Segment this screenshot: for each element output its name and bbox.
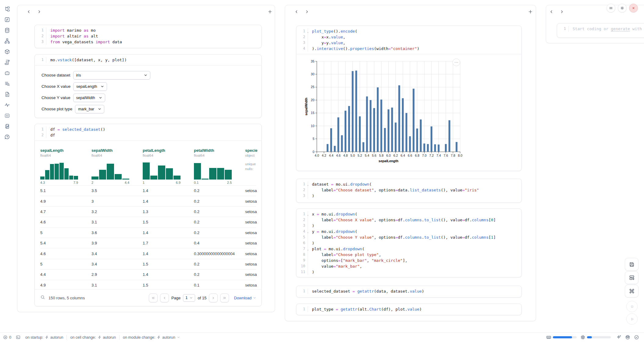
shutdown-button[interactable]: [629, 4, 638, 12]
table-cell: 1.5: [143, 283, 194, 287]
dropdown-select[interactable]: mark_bar: [75, 105, 104, 113]
table-cell: 4.6: [40, 220, 91, 224]
code-editor[interactable]: 1⌄dataset = mo.ui.dropdown(2 label="Choo…: [296, 179, 521, 201]
notebook-column-3: 1 Start coding or generate with AI: [546, 5, 644, 43]
column-scroll-left-button[interactable]: [27, 9, 31, 14]
table-cell: 3.1: [91, 220, 143, 224]
dropdown-select[interactable]: sepalLength: [73, 82, 107, 91]
dataframe-table: sepalLengthfloat644.37.9sepalWidthfloat6…: [35, 141, 261, 290]
code-line: 1plot_type = getattr(alt.Chart(df), plot…: [296, 306, 521, 312]
run-setting-label: on startup:: [25, 335, 43, 340]
column-histogram: [194, 160, 232, 180]
table-cell: setosa: [245, 262, 257, 266]
histogram-bar: [143, 162, 150, 180]
code-editor[interactable]: 1 Start coding or generate with AI: [557, 23, 644, 34]
layout-toggle-button[interactable]: [625, 271, 639, 284]
help-icon[interactable]: [4, 134, 10, 140]
divider: [119, 335, 120, 340]
table-column-header[interactable]: petalLengthfloat6416.9: [143, 148, 194, 185]
column-histogram: [143, 160, 181, 180]
dropdown-row: Choose Y valuesepalWidth: [41, 94, 255, 102]
run-setting-3[interactable]: on module change:autorun: [123, 335, 180, 340]
column-scroll-left-button[interactable]: [294, 9, 299, 14]
column-scroll-right-button[interactable]: [305, 9, 309, 14]
table-cell: setosa: [245, 188, 257, 193]
column-scroll-left-button[interactable]: [549, 9, 554, 14]
settings-button[interactable]: [618, 4, 627, 12]
last-page-button[interactable]: [220, 294, 229, 302]
bar-chart[interactable]: 4.04.24.44.64.85.05.25.45.65.86.06.26.46…: [304, 56, 469, 166]
scratchpad-icon[interactable]: [4, 123, 10, 129]
column-scroll-right-button[interactable]: [560, 9, 564, 14]
range-min: 2: [91, 181, 93, 185]
ai-assist-button[interactable]: [616, 335, 621, 340]
prev-page-button[interactable]: [160, 294, 169, 302]
documentation-icon[interactable]: [4, 91, 10, 97]
table-column-header[interactable]: petalWidthfloat640.12.5: [194, 148, 245, 185]
download-button[interactable]: Download: [234, 296, 256, 300]
table-cell: 4.9: [40, 199, 91, 204]
table-cell: 0.30000000000000004: [194, 251, 245, 256]
code-editor[interactable]: 1selected_dataset = getattr(data, datase…: [296, 286, 521, 297]
data-sources-icon[interactable]: [4, 27, 10, 33]
code-text: ): [308, 193, 521, 199]
table-column-header[interactable]: speciesobjectuniquenulls:: [245, 148, 257, 185]
vstack-output: Choose datasetirisChoose X valuesepalLen…: [35, 65, 261, 113]
marimo-notebook-app: 1import marimo as mo2import altair as al…: [0, 0, 644, 342]
code-line: 2 label="Choose X value", options=df.col…: [296, 217, 521, 223]
next-page-button[interactable]: [209, 294, 218, 302]
copilot-button[interactable]: [625, 335, 630, 340]
command-palette-button[interactable]: [625, 285, 639, 297]
chart-actions-button[interactable]: ⋯: [453, 59, 460, 66]
range-max: 6.9: [176, 181, 181, 185]
table-column-header[interactable]: sepalWidthfloat6424.4: [91, 148, 143, 185]
tracing-icon[interactable]: [4, 102, 10, 108]
functions-icon[interactable]: [4, 17, 10, 23]
code-line: 7⌄plot = mo.ui.dropdown(: [296, 246, 521, 252]
empty-cell-placeholder[interactable]: Start coding or generate with AI: [568, 26, 644, 32]
code-editor[interactable]: 1⌄plot_type().encode(2 x=x.value,3 y=y.v…: [296, 26, 521, 54]
generate-with-ai-link[interactable]: generate: [611, 27, 630, 31]
dropdown-select[interactable]: iris: [73, 71, 150, 80]
search-icon[interactable]: [40, 295, 45, 301]
run-setting-2[interactable]: on cell change:autorun: [70, 335, 116, 340]
cell-selected-dataset: 1selected_dataset = getattr(data, datase…: [296, 286, 522, 297]
add-column-button[interactable]: [528, 9, 533, 14]
svg-text:15: 15: [311, 111, 314, 115]
code-editor[interactable]: 1mo.vstack([dataset, x, y, plot]): [35, 55, 261, 65]
run-setting-value: autorun: [103, 335, 116, 340]
connection-status-button[interactable]: [634, 335, 639, 340]
first-page-button[interactable]: [149, 294, 158, 302]
code-editor[interactable]: 1df = selected_dataset()2df: [35, 124, 261, 141]
histogram-bar: [166, 168, 173, 180]
save-button[interactable]: [625, 258, 639, 271]
error-count-button[interactable]: 0: [3, 335, 11, 340]
logs-icon[interactable]: [4, 59, 10, 65]
column-range: 0.12.5: [194, 181, 232, 185]
outline-icon[interactable]: [4, 81, 10, 87]
code-editor[interactable]: 1plot_type = getattr(alt.Chart(df), plot…: [296, 304, 521, 315]
dropdown-select[interactable]: sepalWidth: [73, 94, 105, 102]
chat-icon[interactable]: [4, 70, 10, 76]
notebook-column-1: 1import marimo as mo2import altair as al…: [17, 5, 275, 312]
svg-text:5: 5: [313, 137, 314, 141]
file-tree-icon[interactable]: [4, 6, 10, 12]
packages-icon[interactable]: [4, 49, 10, 55]
column-scroll-right-button[interactable]: [37, 9, 42, 14]
code-text: plot_type().encode(: [308, 28, 521, 34]
run-setting-1[interactable]: on startup:autorun: [25, 335, 63, 340]
range-max: 7.9: [73, 181, 78, 185]
notebook-menu-button[interactable]: [606, 4, 615, 12]
snippets-icon[interactable]: [4, 113, 10, 119]
stop-button[interactable]: [626, 301, 638, 312]
add-column-button[interactable]: [267, 9, 273, 14]
code-editor[interactable]: 1import marimo as mo2import altair as al…: [35, 25, 261, 47]
page-select[interactable]: 1: [183, 294, 195, 302]
table-column-header[interactable]: sepalLengthfloat644.37.9: [40, 148, 91, 185]
dependencies-icon[interactable]: [4, 38, 10, 44]
table-cell: setosa: [245, 220, 257, 224]
table-cell: 1.5: [143, 220, 194, 224]
terminal-button[interactable]: [16, 335, 20, 340]
run-button[interactable]: [626, 313, 638, 325]
code-editor[interactable]: 1⌄x = mo.ui.dropdown(2 label="Choose X v…: [296, 209, 521, 277]
